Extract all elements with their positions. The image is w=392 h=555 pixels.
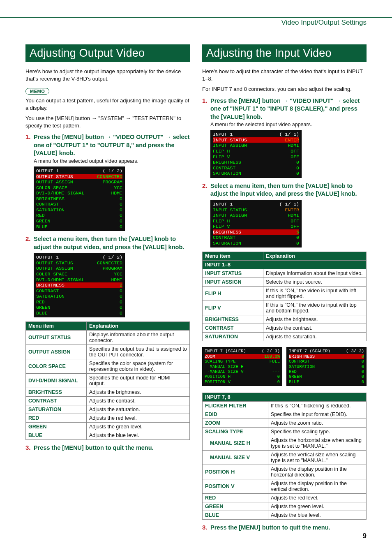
heading-input: Adjusting the Input Video — [202, 44, 367, 62]
arrow-icon: → — [165, 134, 171, 140]
explanation-cell: Specifies the input format (EDID). — [268, 410, 367, 419]
input-1-8-category: INPUT 1–8 — [203, 261, 367, 269]
table-row: CONTRASTAdjusts the contrast. — [26, 397, 190, 405]
intro-input-2: For INPUT 7 and 8 connectors, you can al… — [202, 86, 367, 93]
table-row: GREENAdjusts the green level. — [26, 423, 190, 431]
menu-item-cell: OUTPUT ASSIGN — [26, 345, 87, 359]
right-column: Adjusting the Input Video Here's how to … — [202, 44, 367, 533]
menu-item-cell: FLICKER FILTER — [203, 402, 268, 410]
table-row: MANUAL SIZE VAdjusts the vertical size w… — [203, 451, 367, 465]
left-step-3: 3. Press the [MENU] button to quit the m… — [25, 444, 190, 452]
explanation-cell: If this is "ON," the video is input with… — [263, 287, 367, 301]
explanation-cell: Adjusts the display position in the vert… — [268, 479, 367, 494]
menu-item-cell: BLUE — [203, 511, 268, 520]
explanation-cell: Adjusts the saturation. — [87, 405, 190, 414]
col-menu-item: Menu item — [26, 322, 87, 331]
menu-item-cell: BLUE — [26, 431, 87, 440]
arrow-icon: → — [282, 97, 288, 104]
memo-badge: MEMO — [25, 88, 49, 95]
left-column: Adjusting Output Video Here's how to adj… — [25, 44, 190, 533]
table-row: REDAdjusts the red level. — [203, 494, 367, 502]
input-7-8-category: INPUT 7, 8 — [203, 393, 367, 402]
section-title: Video Input/Output Settings — [281, 18, 392, 27]
table-row: POSITION HAdjusts the display position i… — [203, 465, 367, 479]
intro-output: Here's how to adjust the output image ap… — [25, 68, 190, 82]
output-table: Menu item Explanation OUTPUT STATUSDispl… — [25, 321, 190, 440]
output-table-body: OUTPUT STATUSDisplays information about … — [26, 331, 190, 440]
menu-item-cell: SATURATION — [26, 405, 87, 414]
menu-item-cell: SATURATION — [203, 333, 263, 341]
menu-item-cell: MANUAL SIZE V — [203, 451, 268, 465]
osd-scaler-b: INPUT 7 (SCALER)( 3/ 3) BRIGHTNESS0 CONT… — [286, 347, 367, 386]
menu-item-cell: OUTPUT STATUS — [26, 331, 87, 345]
menu-item-cell: GREEN — [203, 502, 268, 511]
menu-item-cell: MANUAL SIZE H — [203, 436, 268, 451]
menu-item-cell: POSITION V — [203, 479, 268, 494]
section-title-bar: Video Input/Output Settings — [0, 17, 392, 28]
col-explanation: Explanation — [263, 252, 367, 261]
left-step-2: 2. Select a menu item, then turn the [VA… — [25, 235, 190, 251]
osd-output-2: OUTPUT 1( 1/ 2) OUTPUT STATUSCONNECTED O… — [34, 253, 125, 317]
input-table-2-body: FLICKER FILTERIf this is "ON," flickerin… — [203, 402, 367, 520]
menu-item-cell: GREEN — [26, 423, 87, 431]
input-table-1-body: INPUT STATUSDisplays information about t… — [203, 269, 367, 341]
col-menu-item: Menu item — [203, 252, 263, 261]
osd-output-1: OUTPUT 1( 1/ 2) OUTPUT STATUSCONNECTED O… — [34, 166, 125, 231]
left-step-1: 1. Press the [MENU] button → "VIDEO OUTP… — [25, 133, 190, 157]
table-row: BRIGHTNESSAdjusts the brightness. — [26, 388, 190, 397]
table-row: OUTPUT ASSIGNSpecifies the output bus th… — [26, 345, 190, 359]
explanation-cell: Adjusts the red level. — [87, 414, 190, 423]
input-table-2: INPUT 7, 8 FLICKER FILTERIf this is "ON,… — [202, 393, 367, 520]
explanation-cell: Adjusts the blue level. — [268, 511, 367, 520]
right-step1-sub: A menu for the selected input video appe… — [210, 122, 367, 127]
table-row: MANUAL SIZE HAdjusts the horizontal size… — [203, 436, 367, 451]
explanation-cell: Specifies the output mode for HDMI outpu… — [87, 374, 190, 388]
explanation-cell: Adjusts the zoom ratio. — [268, 419, 367, 428]
menu-item-cell: INPUT STATUS — [203, 269, 263, 278]
explanation-cell: Displays information about the output co… — [87, 331, 190, 345]
explanation-cell: Adjusts the vertical size when scaling t… — [268, 451, 367, 465]
heading-output: Adjusting Output Video — [25, 44, 190, 62]
explanation-cell: Adjusts the green level. — [87, 423, 190, 431]
menu-item-cell: FLIP H — [203, 287, 263, 301]
intro-input-1: Here's how to adjust the character of th… — [202, 68, 367, 82]
explanation-cell: Adjusts the contrast. — [263, 324, 367, 333]
menu-item-cell: EDID — [203, 410, 268, 419]
menu-item-cell: SCALING TYPE — [203, 428, 268, 436]
table-row: BRIGHTNESSAdjusts the brightness. — [203, 315, 367, 324]
explanation-cell: Adjusts the green level. — [268, 502, 367, 511]
table-row: SATURATIONAdjusts the saturation. — [203, 333, 367, 341]
explanation-cell: Specifies the output bus that is assigne… — [87, 345, 190, 359]
menu-item-cell: CONTRAST — [203, 324, 263, 333]
menu-item-cell: POSITION H — [203, 465, 268, 479]
arrow-icon: → — [106, 134, 112, 140]
page-number: 9 — [363, 532, 367, 540]
explanation-cell: Adjusts the contrast. — [87, 397, 190, 405]
menu-item-cell: DVI-D/HDMI SIGNAL — [26, 374, 87, 388]
table-row: POSITION VAdjusts the display position i… — [203, 479, 367, 494]
explanation-cell: Adjusts the brightness. — [87, 388, 190, 397]
menu-item-cell: RED — [203, 494, 268, 502]
explanation-cell: Adjusts the red level. — [268, 494, 367, 502]
table-row: FLIP VIf this is "ON," the video is inpu… — [203, 301, 367, 315]
menu-item-cell: BRIGHTNESS — [26, 388, 87, 397]
arrow-icon: → — [335, 97, 341, 104]
osd-scaler-a: INPUT 7 (SCALER)( 2/ 3) ZOOM100.0% SCALI… — [202, 347, 282, 386]
explanation-cell: Adjusts the blue level. — [87, 431, 190, 440]
menu-item-cell: BRIGHTNESS — [203, 315, 263, 324]
arrow-icon: → — [126, 115, 131, 121]
right-step-1: 1. Press the [MENU] button → "VIDEO INPU… — [202, 97, 367, 121]
table-row: BLUEAdjusts the blue level. — [203, 511, 367, 520]
table-row: REDAdjusts the red level. — [26, 414, 190, 423]
menu-item-cell: RED — [26, 414, 87, 423]
explanation-cell: Selects the input source. — [263, 278, 367, 287]
table-row: GREENAdjusts the green level. — [203, 502, 367, 511]
table-row: OUTPUT STATUSDisplays information about … — [26, 331, 190, 345]
table-row: SCALING TYPESpecifies the scaling type. — [203, 428, 367, 436]
menu-item-cell: FLIP V — [203, 301, 263, 315]
explanation-cell: Adjusts the brightness. — [263, 315, 367, 324]
table-row: COLOR SPACESpecifies the color space (sy… — [26, 359, 190, 374]
table-row: FLIP HIf this is "ON," the video is inpu… — [203, 287, 367, 301]
input-table-1: Menu item Explanation INPUT 1–8 INPUT ST… — [202, 252, 367, 341]
explanation-cell: Displays information about the input vid… — [263, 269, 367, 278]
